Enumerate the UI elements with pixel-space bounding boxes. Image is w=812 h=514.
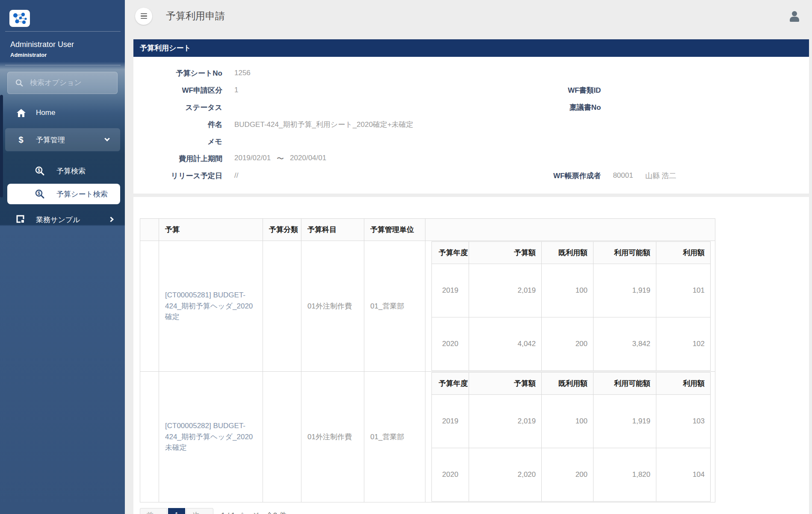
cell-select	[140, 241, 159, 372]
sidebar-item-home[interactable]: Home	[0, 103, 125, 122]
available-amount: 1,919	[593, 395, 656, 448]
cell-account: 01外注制作費	[301, 241, 364, 372]
field-label: 件名	[133, 120, 222, 129]
molecule-logo-icon	[12, 12, 27, 25]
budget-sheet-search-icon: $	[34, 189, 45, 199]
pagination: 前へ 1 次へ 1 / 1 ページ - 全2 件	[140, 508, 809, 514]
user-name: Administrator User	[10, 40, 74, 49]
search-icon	[15, 79, 23, 87]
available-amount: 1,820	[593, 448, 656, 502]
field-label: WF帳票作成者	[491, 171, 601, 181]
fiscal-year: 2019	[432, 264, 469, 317]
col-budget-amount: 予算額	[469, 242, 542, 264]
table-row: [CT00005282] BUDGET-424_期初予算ヘッダ_2020未確定 …	[140, 372, 715, 502]
sidebar-item-budget-search[interactable]: $ 予算検索	[0, 162, 125, 180]
budget-table-card: 予算 予算分類 予算科目 予算管理単位 [CT00005281] BUDGET-…	[133, 197, 809, 514]
cell-select	[140, 372, 159, 502]
field-status: ステータス	[133, 99, 491, 116]
app-root: Administrator User Administrator Home $ …	[0, 0, 812, 514]
budget-link[interactable]: [CT00005282] BUDGET-424_期初予算ヘッダ_2020未確定	[159, 372, 263, 502]
year-row: 2019 2,019 100 1,919 103	[432, 395, 711, 448]
budget-link[interactable]: [CT00005281] BUDGET-424_期初予算ヘッダ_2020確定	[159, 241, 263, 372]
svg-text:$: $	[38, 191, 40, 196]
budget-table-header-row: 予算 予算分類 予算科目 予算管理単位	[140, 219, 715, 241]
menu-toggle-button[interactable]	[135, 8, 152, 25]
cell-year-table: 予算年度 予算額 既利用額 利用可能額 利用額	[425, 241, 715, 372]
page-title: 予算利用申請	[166, 9, 225, 23]
cell-year-table: 予算年度 予算額 既利用額 利用可能額 利用額	[425, 372, 715, 502]
col-usage-amount: 利用額	[656, 373, 711, 395]
field-sheet-no: 予算シートNo 1256	[133, 65, 491, 82]
year-row: 2020 2,020 200 1,820 104	[432, 448, 711, 502]
col-unit: 予算管理単位	[364, 219, 425, 241]
sidebar-item-label: 予算管理	[36, 135, 65, 145]
budget-amount: 2,020	[469, 448, 542, 502]
field-value: BUDGET-424_期初予算_利用シート_2020確定+未確定	[234, 120, 413, 129]
col-category: 予算分類	[263, 219, 301, 241]
field-label: リリース予定日	[133, 171, 222, 181]
pagination-info: 1 / 1 ページ - 全2 件	[221, 511, 286, 514]
col-fiscal-year: 予算年度	[432, 373, 469, 395]
budget-amount: 4,042	[469, 317, 542, 371]
usage-amount: 101	[656, 264, 711, 317]
sidebar-item-label: 予算検索	[56, 166, 86, 176]
col-available-amount: 利用可能額	[593, 373, 656, 395]
user-account-icon[interactable]	[789, 11, 800, 22]
field-value-name: 山縣 浩二	[645, 171, 676, 181]
budget-search-icon: $	[34, 166, 45, 176]
year-row: 2019 2,019 100 1,919 101	[432, 264, 711, 317]
col-usage-amount: 利用額	[656, 242, 711, 264]
sidebar-item-budget-management[interactable]: $ 予算管理	[5, 128, 120, 151]
period-from: 2019/02/01	[234, 154, 271, 164]
app-logo[interactable]	[9, 10, 30, 27]
pagination-prev-button[interactable]: 前へ	[140, 508, 167, 514]
field-value: //	[234, 171, 238, 180]
sidebar-search-box[interactable]	[7, 72, 118, 94]
field-label: 稟議書No	[491, 103, 601, 112]
sidebar-item-label: 業務サンプル	[36, 215, 80, 225]
period-tilde: 〜	[277, 154, 284, 164]
col-available-amount: 利用可能額	[593, 242, 656, 264]
col-fiscal-year: 予算年度	[432, 242, 469, 264]
field-label: WF書類ID	[491, 85, 601, 95]
budget-sheet-panel: 予算利用シート 予算シートNo 1256 WF申請区分 1 ステータス	[133, 39, 809, 194]
window-flip-icon	[15, 215, 27, 224]
panel-title: 予算利用シート	[133, 39, 809, 57]
pagination-page-1[interactable]: 1	[168, 508, 185, 514]
used-amount: 200	[542, 317, 593, 371]
chevron-down-icon	[104, 136, 110, 141]
topbar: 予算利用申請	[125, 0, 812, 32]
usage-amount: 102	[656, 317, 711, 371]
usage-amount: 104	[656, 448, 711, 502]
cell-category	[263, 372, 301, 502]
sheet-form: 予算シートNo 1256 WF申請区分 1 ステータス 件名	[133, 57, 809, 194]
budget-table: 予算 予算分類 予算科目 予算管理単位 [CT00005281] BUDGET-…	[140, 218, 715, 502]
field-value: 1	[234, 86, 238, 94]
field-ringi-no: 稟議書No	[491, 99, 809, 116]
sidebar-item-label: 予算シート検索	[56, 189, 108, 199]
fiscal-year: 2020	[432, 317, 469, 371]
field-memo: メモ	[133, 133, 491, 150]
available-amount: 1,919	[593, 264, 656, 317]
field-label: 費用計上期間	[133, 154, 222, 164]
cell-category	[263, 241, 301, 372]
field-value: 1256	[234, 69, 251, 77]
used-amount: 100	[542, 264, 593, 317]
sidebar-item-budget-sheet-search[interactable]: $ 予算シート検索	[7, 184, 120, 204]
pagination-next-button[interactable]: 次へ	[186, 508, 213, 514]
field-wf-author: WF帳票作成者 80001 山縣 浩二	[491, 167, 809, 184]
cell-unit: 01_営業部	[364, 372, 425, 502]
fiscal-year: 2019	[432, 395, 469, 448]
content: 予算利用シート 予算シートNo 1256 WF申請区分 1 ステータス	[125, 32, 812, 514]
search-input[interactable]	[30, 79, 111, 87]
cell-unit: 01_営業部	[364, 241, 425, 372]
field-subject: 件名 BUDGET-424_期初予算_利用シート_2020確定+未確定	[133, 116, 491, 133]
sidebar-item-business-sample[interactable]: 業務サンプル	[0, 210, 125, 229]
col-budget-amount: 予算額	[469, 373, 542, 395]
field-label: ステータス	[133, 103, 222, 112]
year-breakdown-table: 予算年度 予算額 既利用額 利用可能額 利用額	[431, 372, 711, 502]
budget-amount: 2,019	[469, 395, 542, 448]
year-row: 2020 4,042 200 3,842 102	[432, 317, 711, 371]
available-amount: 3,842	[593, 317, 656, 371]
usage-amount: 103	[656, 395, 711, 448]
